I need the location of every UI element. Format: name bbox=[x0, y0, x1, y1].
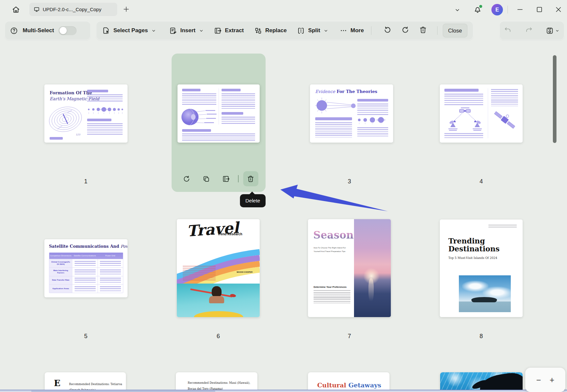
page-thumbnail-10[interactable]: Recommended Destinations: Maui (Hawaii),… bbox=[176, 372, 257, 392]
zoom-out-button[interactable]: − bbox=[536, 376, 541, 384]
close-window-button[interactable] bbox=[555, 6, 563, 14]
insert-label: Insert bbox=[180, 27, 195, 34]
comparison-table: Comparison Dimensions Satellite Communic… bbox=[49, 252, 123, 293]
text-lines bbox=[357, 127, 388, 138]
section-badge bbox=[357, 99, 388, 102]
title-line1: Trending bbox=[448, 237, 500, 245]
undo-redo-save-group bbox=[499, 21, 564, 40]
more-label: More bbox=[350, 27, 364, 34]
selected-page-card[interactable] bbox=[172, 54, 266, 192]
text-lines bbox=[444, 133, 483, 139]
close-organize-button[interactable]: Close bbox=[443, 24, 467, 37]
page-thumbnail-7[interactable]: Season How To Choose The Right Island Fo… bbox=[308, 219, 391, 317]
zoom-in-button[interactable]: + bbox=[550, 376, 555, 384]
page-thumbnail-5[interactable]: Satellite Communications And Power Grids… bbox=[44, 239, 128, 297]
island-photo bbox=[459, 275, 511, 312]
satcom-diagram bbox=[445, 107, 485, 132]
select-pages-icon bbox=[102, 26, 110, 35]
rotate-right-button[interactable] bbox=[396, 26, 414, 35]
redo-icon bbox=[525, 26, 533, 34]
notifications-button[interactable] bbox=[473, 5, 483, 15]
maximize-button[interactable] bbox=[535, 6, 544, 14]
extract-button[interactable]: Extract bbox=[214, 27, 244, 35]
minimize-button[interactable] bbox=[516, 6, 525, 14]
updf-organize-pages-window: { "titlebar": { "tab_title": "UPDF-2.0-c… bbox=[0, 0, 567, 392]
select-pages-button[interactable]: Select Pages bbox=[102, 26, 156, 35]
redo-button[interactable] bbox=[525, 26, 533, 35]
page-thumbnail-2[interactable] bbox=[177, 84, 260, 143]
split-button[interactable]: Split bbox=[297, 27, 329, 35]
replace-button[interactable]: Replace bbox=[254, 27, 287, 35]
table-row: Main Interfering Factors bbox=[49, 267, 123, 276]
page-thumbnail-1[interactable]: Formation Of The Earth's Magnetic Field … bbox=[44, 84, 128, 143]
undo-button[interactable] bbox=[504, 26, 512, 35]
extract-label: Extract bbox=[225, 27, 244, 34]
table-header: Power Grid bbox=[98, 255, 123, 257]
annotation-arrow bbox=[263, 177, 401, 223]
page-thumbnail-6[interactable]: Travel Trend Research MAXXII COOPER bbox=[177, 219, 260, 317]
text-lines bbox=[222, 93, 255, 110]
rotate-left-button[interactable] bbox=[379, 26, 396, 35]
magnetic-field-diagram bbox=[46, 103, 85, 136]
figure-note: 123 bbox=[76, 133, 80, 136]
delete-pages-button[interactable] bbox=[414, 26, 432, 35]
section-badge bbox=[315, 117, 352, 120]
home-button[interactable] bbox=[8, 3, 24, 16]
page-thumbnail-11[interactable]: Cultural Getaways bbox=[308, 372, 390, 392]
avatar[interactable]: E bbox=[491, 4, 503, 15]
bottom-edge-bar bbox=[31, 391, 215, 392]
table-row: Application Areas bbox=[49, 284, 123, 293]
table-cell bbox=[72, 268, 97, 276]
more-button[interactable]: More bbox=[340, 27, 364, 35]
text-lines bbox=[222, 117, 255, 125]
new-tab-button[interactable] bbox=[122, 5, 131, 14]
split-icon bbox=[297, 27, 305, 35]
table-header-row: Comparison Dimensions Satellite Communic… bbox=[49, 253, 123, 259]
rotate-left-icon bbox=[383, 26, 392, 34]
table-header: Satellite Communications bbox=[72, 255, 97, 257]
title-accent: Evidence bbox=[315, 89, 335, 94]
multi-select-toggle[interactable] bbox=[59, 26, 77, 35]
doc-title: Cultural Getaways bbox=[317, 381, 381, 389]
satellite-illustration bbox=[492, 109, 518, 132]
delete-page-button[interactable] bbox=[243, 171, 258, 186]
sun-reflection bbox=[368, 278, 374, 301]
intro-text-lines bbox=[183, 266, 216, 281]
kayaker-shoulders bbox=[209, 296, 224, 303]
multiselect-group: Multi-Select bbox=[5, 21, 91, 40]
table-cell bbox=[98, 285, 123, 293]
page-number-8: 8 bbox=[480, 333, 483, 340]
text-line: Recommended Destinations: Maui (Hawaii), bbox=[188, 380, 250, 386]
toolbar-divider bbox=[437, 26, 437, 35]
sunset-photo bbox=[354, 219, 391, 317]
copy-page-button[interactable] bbox=[199, 171, 214, 186]
page-thumbnail-9[interactable]: E Recommended Destinations: Tetiaroa (Fr… bbox=[45, 372, 126, 392]
notification-dot bbox=[479, 5, 482, 8]
chevron-down-icon bbox=[555, 28, 560, 33]
orbit-diagram bbox=[313, 96, 362, 115]
page-thumbnail-4[interactable] bbox=[440, 84, 523, 143]
extract-page-button[interactable] bbox=[218, 171, 233, 186]
doc-subtitle: Top 5 Must-Visit Islands Of 2024 bbox=[448, 256, 497, 260]
planet-timeline bbox=[86, 105, 124, 117]
replace-icon bbox=[254, 27, 262, 35]
save-button[interactable] bbox=[546, 27, 560, 35]
table-cell bbox=[98, 268, 123, 276]
page-thumbnail-12[interactable] bbox=[440, 372, 523, 392]
rotate-page-button[interactable] bbox=[179, 171, 194, 186]
vertical-scrollbar-thumb[interactable] bbox=[553, 55, 556, 143]
doc-title: Evidence For The Theories bbox=[315, 89, 377, 94]
page-number-5: 5 bbox=[84, 333, 87, 340]
insert-button[interactable]: Insert bbox=[169, 27, 204, 35]
table-cell bbox=[72, 276, 97, 285]
section-badge bbox=[222, 112, 243, 115]
doc-title: Trending Destinations bbox=[448, 237, 500, 253]
maximize-icon bbox=[535, 6, 543, 13]
page-thumbnail-3[interactable]: Evidence For The Theories bbox=[310, 84, 393, 143]
toolbar-divider bbox=[371, 26, 371, 35]
help-icon[interactable] bbox=[10, 27, 18, 35]
row-label: Global Coverage(As Of 2024) bbox=[49, 259, 72, 267]
tabs-dropdown-button[interactable] bbox=[454, 7, 461, 15]
page-thumbnail-8[interactable]: Trending Destinations Top 5 Must-Visit I… bbox=[440, 219, 523, 317]
document-tab[interactable]: UPDF-2.0-c..._Copy_Copy bbox=[29, 2, 118, 16]
